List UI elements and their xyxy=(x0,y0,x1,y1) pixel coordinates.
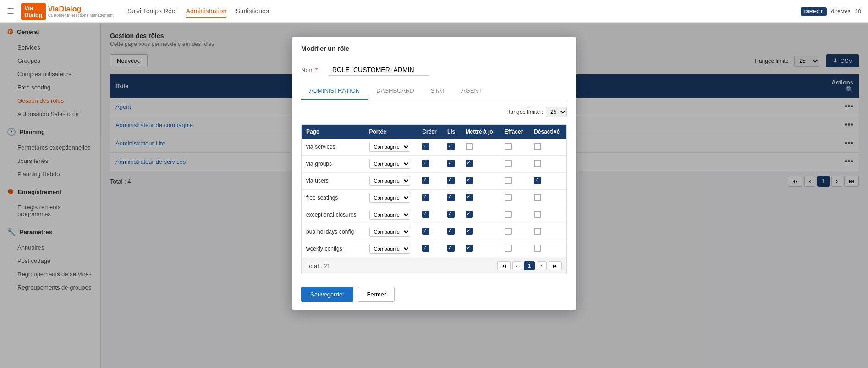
checkbox-checked[interactable] xyxy=(422,211,429,218)
checkbox-unchecked[interactable] xyxy=(505,194,512,201)
logo: ViaDialog ViaDialog Customer Interaction… xyxy=(21,3,114,20)
perm-col-portee: Portée xyxy=(365,125,418,139)
nav-statistiques[interactable]: Statistiques xyxy=(236,5,269,18)
topbar-right: DIRECT directes 10 xyxy=(801,7,861,16)
checkbox-checked[interactable] xyxy=(447,160,455,167)
perm-table-row: weekly-configs Compagnie xyxy=(302,240,566,257)
checkbox-checked[interactable] xyxy=(447,143,455,150)
checkbox-checked[interactable] xyxy=(447,194,455,201)
scope-select[interactable]: Compagnie xyxy=(369,176,410,186)
perm-read xyxy=(443,139,461,156)
perm-create xyxy=(418,173,443,190)
topbar: ☰ ViaDialog ViaDialog Customer Interacti… xyxy=(0,0,868,23)
scope-select[interactable]: Compagnie xyxy=(369,193,410,203)
scope-select[interactable]: Compagnie xyxy=(369,244,410,254)
perm-read xyxy=(443,206,461,223)
nav-suivi[interactable]: Suivi Temps Réel xyxy=(127,5,177,18)
checkbox-checked[interactable] xyxy=(447,211,455,218)
form-row-name: Nom * xyxy=(301,64,567,76)
checkbox-checked[interactable] xyxy=(447,228,455,235)
perm-create xyxy=(418,190,443,206)
checkbox-unchecked[interactable] xyxy=(466,143,473,150)
perm-create xyxy=(418,206,443,223)
perm-page-first[interactable]: ⏮ xyxy=(497,261,511,270)
perm-col-lis: Lis xyxy=(443,125,461,139)
close-button[interactable]: Fermer xyxy=(358,287,395,302)
modal-footer: Sauvegarder Fermer xyxy=(292,281,576,310)
scope-select[interactable]: Compagnie xyxy=(369,227,410,237)
checkbox-unchecked[interactable] xyxy=(534,245,541,252)
checkbox-checked[interactable] xyxy=(466,211,473,218)
checkbox-unchecked[interactable] xyxy=(534,211,541,218)
checkbox-checked[interactable] xyxy=(447,245,455,252)
perm-scope: Compagnie xyxy=(365,206,418,223)
perm-total: Total : 21 ⏮ ‹ 1 › ⏭ xyxy=(302,257,566,274)
perm-col-page: Page xyxy=(302,125,365,139)
checkbox-checked[interactable] xyxy=(534,177,541,184)
checkbox-checked[interactable] xyxy=(466,228,473,235)
logo-icon: ViaDialog xyxy=(21,3,46,20)
perm-disable xyxy=(529,240,566,257)
checkbox-checked[interactable] xyxy=(422,245,429,252)
perm-create xyxy=(418,156,443,173)
perm-delete xyxy=(500,223,529,240)
scope-select[interactable]: Compagnie xyxy=(369,159,410,169)
checkbox-checked[interactable] xyxy=(422,228,429,235)
checkbox-checked[interactable] xyxy=(447,177,455,184)
perm-pagination: ⏮ ‹ 1 › ⏭ xyxy=(497,261,562,270)
perm-delete xyxy=(500,190,529,206)
save-button[interactable]: Sauvegarder xyxy=(301,287,353,302)
checkbox-unchecked[interactable] xyxy=(505,143,512,150)
modal-body: Nom * ADMINISTRATION DASHBOARD STAT AGEN… xyxy=(292,57,576,281)
checkbox-unchecked[interactable] xyxy=(505,177,512,184)
checkbox-unchecked[interactable] xyxy=(534,194,541,201)
perm-scope: Compagnie xyxy=(365,190,418,206)
checkbox-unchecked[interactable] xyxy=(534,160,541,167)
checkbox-checked[interactable] xyxy=(466,245,473,252)
hamburger-icon[interactable]: ☰ xyxy=(7,6,14,17)
perm-disable xyxy=(529,173,566,190)
role-name-input[interactable] xyxy=(329,64,429,76)
perm-scope: Compagnie xyxy=(365,139,418,156)
perm-page-next[interactable]: › xyxy=(537,261,547,270)
perm-page-prev[interactable]: ‹ xyxy=(512,261,522,270)
perm-total-label: Total : 21 xyxy=(306,262,330,269)
perm-delete xyxy=(500,156,529,173)
perm-scope: Compagnie xyxy=(365,173,418,190)
perm-range-select[interactable]: 2550 xyxy=(546,107,567,117)
name-label: Nom * xyxy=(301,67,329,73)
checkbox-checked[interactable] xyxy=(466,160,473,167)
checkbox-unchecked[interactable] xyxy=(534,228,541,235)
checkbox-checked[interactable] xyxy=(422,143,429,150)
tab-dashboard[interactable]: DASHBOARD xyxy=(368,83,422,100)
checkbox-checked[interactable] xyxy=(466,177,473,184)
checkbox-unchecked[interactable] xyxy=(505,211,512,218)
perm-read xyxy=(443,173,461,190)
modal-overlay: Modifier un rôle Nom * ADMINISTRATION DA… xyxy=(0,23,868,368)
checkbox-checked[interactable] xyxy=(422,160,429,167)
scope-select[interactable]: Compagnie xyxy=(369,142,410,152)
perm-disable xyxy=(529,206,566,223)
tab-administration[interactable]: ADMINISTRATION xyxy=(301,83,368,100)
checkbox-unchecked[interactable] xyxy=(534,143,541,150)
perm-col-disable: Désactivé xyxy=(529,125,566,139)
perm-disable xyxy=(529,139,566,156)
scope-select[interactable]: Compagnie xyxy=(369,210,410,220)
tab-agent[interactable]: AGENT xyxy=(453,83,490,100)
perm-page-current[interactable]: 1 xyxy=(524,261,535,270)
checkbox-unchecked[interactable] xyxy=(505,160,512,167)
perm-page: free-seatings xyxy=(302,190,365,206)
perm-scope: Compagnie xyxy=(365,223,418,240)
nav-administration[interactable]: Administration xyxy=(186,5,227,18)
perm-table-row: free-seatings Compagnie xyxy=(302,190,566,206)
perm-scope: Compagnie xyxy=(365,240,418,257)
checkbox-unchecked[interactable] xyxy=(505,245,512,252)
checkbox-checked[interactable] xyxy=(466,194,473,201)
checkbox-checked[interactable] xyxy=(422,177,429,184)
perm-read xyxy=(443,223,461,240)
checkbox-unchecked[interactable] xyxy=(505,228,512,235)
tab-stat[interactable]: STAT xyxy=(423,83,453,100)
perm-scope: Compagnie xyxy=(365,156,418,173)
perm-page-last[interactable]: ⏭ xyxy=(549,261,562,270)
checkbox-checked[interactable] xyxy=(422,194,429,201)
